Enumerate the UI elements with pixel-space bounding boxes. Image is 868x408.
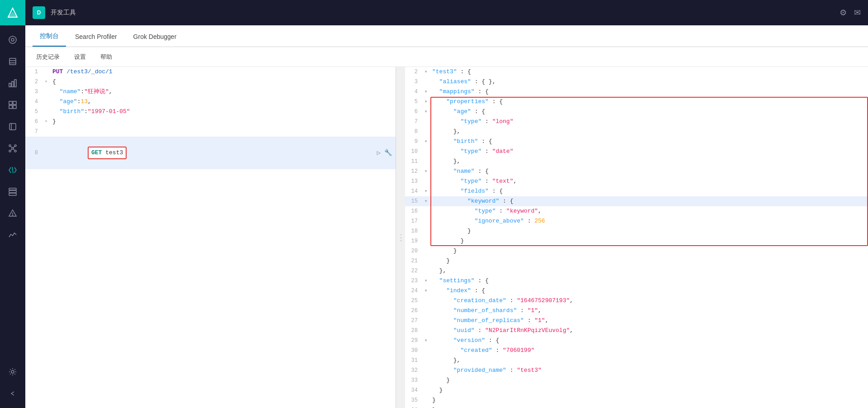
topbar-left: D 开发工具	[33, 6, 76, 19]
settings-button[interactable]: 设置	[71, 51, 90, 63]
out-line-18: 18 }	[405, 226, 868, 236]
out-line-25: 25 "creation_date" : "1646752907193",	[405, 296, 868, 306]
svg-line-23	[11, 149, 12, 150]
svg-point-16	[12, 147, 14, 149]
topbar-mail-icon[interactable]: ✉	[854, 8, 861, 18]
editor-line-4: 4 "age":13,	[25, 97, 396, 107]
svg-rect-27	[9, 190, 16, 193]
topbar-avatar: D	[33, 6, 45, 19]
out-line-12: 12 ▾ "name" : {	[405, 166, 868, 176]
left-editor[interactable]: 1 PUT /test3/_doc/1 2 ▾ { 3 "name":"狂神说"…	[25, 67, 396, 408]
out-line-17: 17 "ignore_above" : 256	[405, 216, 868, 226]
editor-line-7: 7	[25, 127, 396, 137]
run-icon[interactable]: ▷	[377, 148, 381, 158]
sidebar-icon-settings[interactable]	[0, 361, 25, 383]
tab-console[interactable]: 控制台	[33, 27, 66, 47]
svg-point-3	[11, 38, 14, 41]
editor-line-3: 3 "name":"狂神说",	[25, 87, 396, 97]
help-button[interactable]: 帮助	[97, 51, 116, 63]
out-line-7: 7 "type" : "long"	[405, 117, 868, 127]
sidebar-icon-dashboard[interactable]	[0, 94, 25, 116]
svg-line-21	[11, 147, 12, 147]
out-line-11: 11 },	[405, 157, 868, 166]
out-line-33: 33 }	[405, 375, 868, 385]
svg-rect-8	[12, 81, 14, 87]
out-line-23: 23 ▾ "settings" : {	[405, 276, 868, 286]
editor-line-8: 8 GET test3 ▷ 🔧	[25, 137, 396, 169]
topbar-right: ⚙ ✉	[840, 8, 861, 18]
out-line-5: 5 ▾ "properties" : {	[405, 97, 868, 107]
out-line-6: 6 ▾ "age" : {	[405, 107, 868, 117]
out-line-20: 20 }	[405, 246, 868, 256]
sidebar-icon-visualize[interactable]	[0, 72, 25, 94]
svg-rect-28	[9, 188, 16, 190]
wrench-icon[interactable]: 🔧	[384, 148, 392, 158]
editor-line-6: 6 ▾ }	[25, 117, 396, 127]
out-line-10: 10 "type" : "date"	[405, 147, 868, 157]
get-command-box: GET test3	[88, 147, 127, 159]
out-line-32: 32 "provided_name" : "test3"	[405, 365, 868, 375]
sidebar-icon-discover[interactable]	[0, 51, 25, 72]
editor-line-1: 1 PUT /test3/_doc/1	[25, 67, 396, 77]
topbar: D 开发工具 ⚙ ✉	[25, 0, 868, 25]
svg-point-30	[13, 215, 13, 216]
history-button[interactable]: 历史记录	[33, 51, 63, 63]
out-line-14: 14 ▾ "fields" : {	[405, 186, 868, 196]
svg-rect-14	[9, 123, 16, 130]
red-border-section: 5 ▾ "properties" : { 6 ▾ "age" : { 7 "ty…	[405, 97, 868, 246]
svg-line-24	[14, 149, 14, 150]
svg-rect-4	[9, 58, 16, 65]
out-line-29: 29 ▾ "version" : {	[405, 336, 868, 346]
sidebar-icon-stack-monitoring[interactable]	[0, 181, 25, 203]
svg-line-25	[12, 167, 13, 173]
out-line-15: 15 ▾ "keyword" : {	[405, 196, 868, 206]
out-line-4: 4 ▾ "mappings" : {	[405, 87, 868, 97]
line-actions: ▷ 🔧	[377, 148, 396, 158]
topbar-settings-icon[interactable]: ⚙	[840, 8, 847, 18]
sidebar-icon-alerts[interactable]	[0, 203, 25, 224]
svg-point-18	[14, 145, 16, 147]
pane-separator[interactable]: ⋮	[396, 67, 405, 408]
editor-line-5: 5 "birth":"1997-01-05"	[25, 107, 396, 117]
tab-search-profiler[interactable]: Search Profiler	[68, 28, 124, 47]
sidebar-icon-devtools[interactable]	[0, 159, 25, 181]
svg-rect-9	[14, 80, 16, 87]
out-line-31: 31 },	[405, 356, 868, 365]
svg-point-2	[9, 36, 16, 43]
out-line-22: 22 },	[405, 266, 868, 276]
out-line-8: 8 },	[405, 127, 868, 137]
svg-point-17	[9, 145, 11, 147]
tabbar: 控制台 Search Profiler Grok Debugger	[25, 25, 868, 47]
right-output[interactable]: 2 ▾ "test3" : { 3 "aliases" : { }, 4 ▾ "…	[405, 67, 868, 408]
out-line-35: 35 }	[405, 395, 868, 405]
out-line-16: 16 "type" : "keyword",	[405, 206, 868, 216]
out-line-21: 21 }	[405, 256, 868, 266]
svg-line-22	[14, 147, 14, 147]
sidebar-icon-canvas[interactable]	[0, 116, 25, 138]
out-line-13: 13 "type" : "text",	[405, 176, 868, 186]
svg-rect-13	[13, 105, 16, 109]
svg-rect-11	[13, 101, 16, 104]
out-line-24: 24 ▾ "index" : {	[405, 286, 868, 296]
out-line-30: 30 "created" : "7060199"	[405, 346, 868, 356]
sidebar-icon-home[interactable]	[0, 29, 25, 51]
toolbar: 历史记录 设置 帮助	[25, 47, 868, 67]
out-line-27: 27 "number_of_replicas" : "1",	[405, 316, 868, 326]
out-line-2: 2 ▾ "test3" : {	[405, 67, 868, 77]
sidebar-collapse-icon[interactable]	[0, 383, 25, 404]
svg-rect-7	[9, 83, 11, 87]
topbar-title: 开发工具	[51, 9, 76, 17]
main-content: D 开发工具 ⚙ ✉ 控制台 Search Profiler Grok Debu…	[25, 0, 868, 408]
out-line-36: 36 }	[405, 405, 868, 408]
out-line-19: 19 }	[405, 236, 868, 246]
svg-rect-10	[9, 101, 12, 104]
tab-grok-debugger[interactable]: Grok Debugger	[126, 28, 184, 47]
svg-point-19	[9, 150, 11, 152]
editor-area: 1 PUT /test3/_doc/1 2 ▾ { 3 "name":"狂神说"…	[25, 67, 868, 408]
svg-rect-12	[9, 105, 12, 109]
sidebar-icon-observability[interactable]	[0, 224, 25, 246]
out-line-26: 26 "number_of_shards" : "1",	[405, 306, 868, 316]
sidebar-icon-ml[interactable]	[0, 138, 25, 159]
editor-line-2: 2 ▾ {	[25, 77, 396, 87]
svg-rect-26	[9, 193, 16, 195]
